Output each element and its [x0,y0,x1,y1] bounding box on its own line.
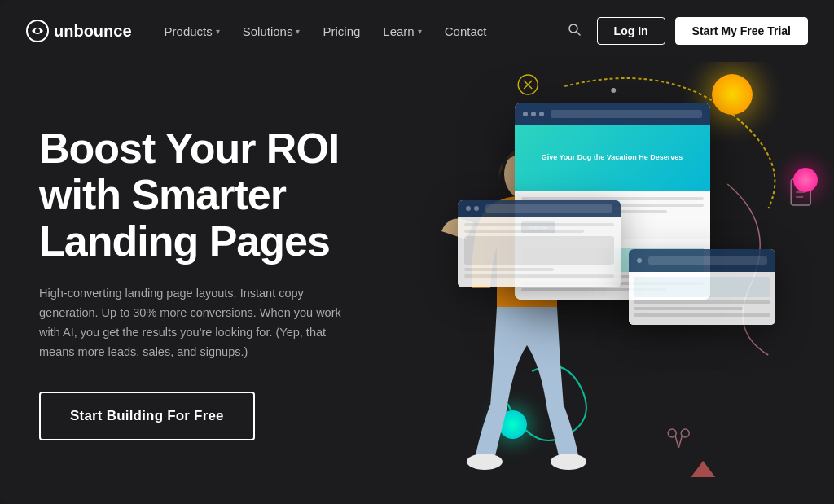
browser-dot [523,112,528,116]
hero-subtitle: High-converting landing page layouts. In… [39,284,349,362]
hero-section: Boost Your ROI with Smarter Landing Page… [0,62,834,504]
nav-item-pricing[interactable]: Pricing [313,20,370,43]
login-button[interactable]: Log In [597,17,665,45]
hero-right: Give Your Dog the Vacation He Deserves B… [401,62,834,504]
hero-left: Boost Your ROI with Smarter Landing Page… [0,62,401,504]
browser-dot [539,112,544,116]
mockup-third-body [629,272,775,325]
mockup-hero-title: Give Your Dog the Vacation He Deserves [535,147,690,169]
nav-item-solutions[interactable]: Solutions ▾ [233,20,310,43]
chevron-icon: ▾ [418,27,422,36]
orb-pink [793,168,818,192]
chevron-icon: ▾ [216,27,220,36]
hero-title: Boost Your ROI with Smarter Landing Page… [39,125,375,265]
logo[interactable]: unbounce [26,20,132,42]
svg-point-20 [551,454,586,470]
page-wrapper: unbounce Products ▾ Solutions ▾ Pricing … [0,0,834,504]
mockup-teal-banner: Give Your Dog the Vacation He Deserves [515,125,710,191]
svg-line-3 [577,32,580,35]
mockup-card-third [629,249,775,325]
mockup-container: Give Your Dog the Vacation He Deserves B… [450,86,792,453]
cta-button[interactable]: Start Building For Free [39,392,255,440]
svg-point-19 [467,454,503,470]
svg-marker-15 [691,461,715,477]
search-button[interactable] [561,16,587,46]
nav: Products ▾ Solutions ▾ Pricing Learn ▾ C… [155,20,497,43]
chevron-icon: ▾ [296,27,300,36]
nav-item-products[interactable]: Products ▾ [155,20,230,43]
trial-button[interactable]: Start My Free Trial [675,17,808,45]
logo-text: unbounce [54,22,132,41]
mockup-card-header [515,103,710,125]
header-left: unbounce Products ▾ Solutions ▾ Pricing … [26,20,496,43]
nav-item-learn[interactable]: Learn ▾ [373,20,431,43]
mockup-secondary-body [458,217,621,287]
url-bar [551,110,702,118]
mockup-card-header [458,200,621,217]
mockup-card-header [629,249,775,272]
nav-item-contact[interactable]: Contact [435,20,497,43]
svg-point-1 [35,28,40,33]
search-icon [568,23,581,36]
header: unbounce Products ▾ Solutions ▾ Pricing … [0,0,834,62]
logo-icon [26,20,49,42]
header-right: Log In Start My Free Trial [561,16,808,46]
mockup-card-secondary [458,200,621,287]
browser-dot [531,112,536,116]
